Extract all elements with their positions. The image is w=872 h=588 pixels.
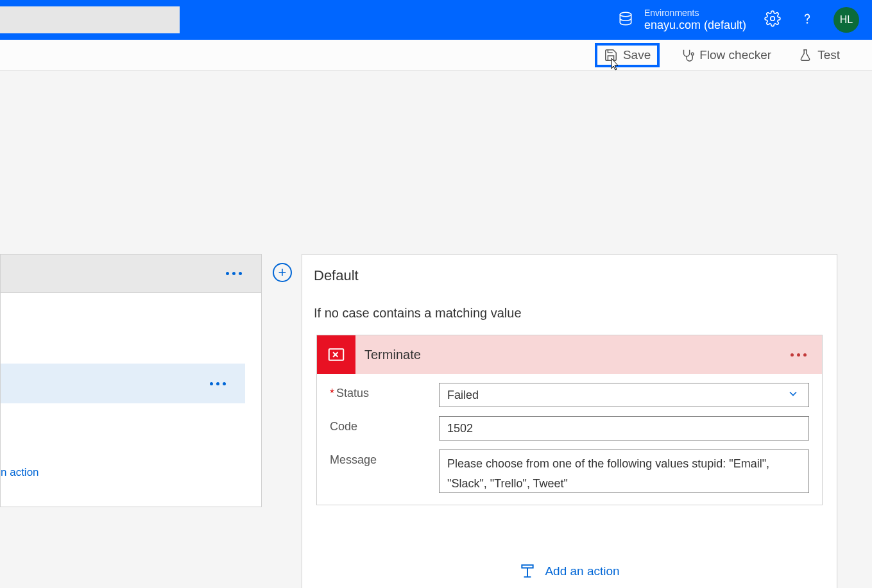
message-label: Message — [330, 449, 439, 467]
avatar-initials: HL — [840, 14, 853, 26]
flow-canvas[interactable]: n action + Default If no case contains a… — [0, 71, 872, 588]
add-action-button[interactable]: Add an action — [302, 563, 837, 580]
environment-selector[interactable]: Environments enayu.com (default) — [617, 8, 746, 32]
add-branch-button[interactable]: + — [273, 263, 292, 282]
user-avatar[interactable]: HL — [834, 7, 859, 33]
code-input[interactable]: 1502 — [439, 416, 809, 441]
case-card-header[interactable] — [1, 255, 261, 293]
flask-icon — [798, 48, 812, 62]
add-action-label: Add an action — [545, 564, 619, 578]
save-button[interactable]: Save — [595, 43, 660, 67]
test-label: Test — [817, 48, 840, 62]
code-row: Code 1502 — [317, 407, 822, 441]
default-title: Default — [302, 255, 837, 284]
terminate-header[interactable]: Terminate — [317, 335, 822, 374]
test-button[interactable]: Test — [792, 44, 846, 66]
terminate-action-card: Terminate *Status Failed Code 1502 — [316, 335, 823, 505]
status-row: *Status Failed — [317, 374, 822, 407]
more-options-icon[interactable] — [210, 382, 226, 385]
terminate-title: Terminate — [364, 348, 421, 362]
message-value: Please choose from one of the following … — [447, 454, 801, 493]
message-row: Message Please choose from one of the fo… — [317, 441, 822, 493]
svg-point-2 — [807, 22, 807, 23]
more-options-icon[interactable] — [791, 353, 807, 357]
add-action-link[interactable]: n action — [1, 466, 39, 479]
flow-checker-label: Flow checker — [699, 48, 771, 62]
environments-label: Environments — [644, 8, 746, 19]
code-value: 1502 — [447, 422, 473, 435]
status-select[interactable]: Failed — [439, 383, 809, 407]
save-icon — [604, 48, 618, 62]
svg-point-3 — [692, 53, 694, 55]
svg-rect-7 — [522, 565, 533, 567]
case-card[interactable]: n action — [0, 254, 262, 507]
status-label: *Status — [330, 383, 439, 400]
environment-name: enayu.com (default) — [644, 19, 746, 33]
stethoscope-icon — [680, 48, 694, 62]
svg-point-1 — [771, 17, 775, 21]
svg-point-0 — [620, 12, 631, 17]
settings-icon[interactable] — [764, 10, 781, 29]
chevron-down-icon — [787, 387, 799, 403]
flow-checker-button[interactable]: Flow checker — [674, 44, 778, 66]
help-icon[interactable] — [799, 10, 816, 29]
status-value: Failed — [447, 389, 479, 402]
code-label: Code — [330, 416, 439, 433]
message-input[interactable]: Please choose from one of the following … — [439, 449, 809, 493]
terminate-icon — [317, 335, 355, 374]
more-options-icon[interactable] — [226, 272, 242, 275]
default-subtitle: If no case contains a matching value — [302, 284, 837, 335]
app-header: Environments enayu.com (default) HL — [0, 0, 872, 40]
add-action-icon — [519, 563, 536, 580]
database-icon — [617, 10, 634, 29]
default-case-card: Default If no case contains a matching v… — [302, 254, 837, 588]
header-right: Environments enayu.com (default) HL — [617, 7, 859, 33]
search-input[interactable] — [0, 6, 180, 33]
inner-action-card[interactable] — [1, 364, 245, 403]
save-label: Save — [623, 48, 651, 62]
editor-toolbar: Save Flow checker Test — [0, 40, 872, 71]
